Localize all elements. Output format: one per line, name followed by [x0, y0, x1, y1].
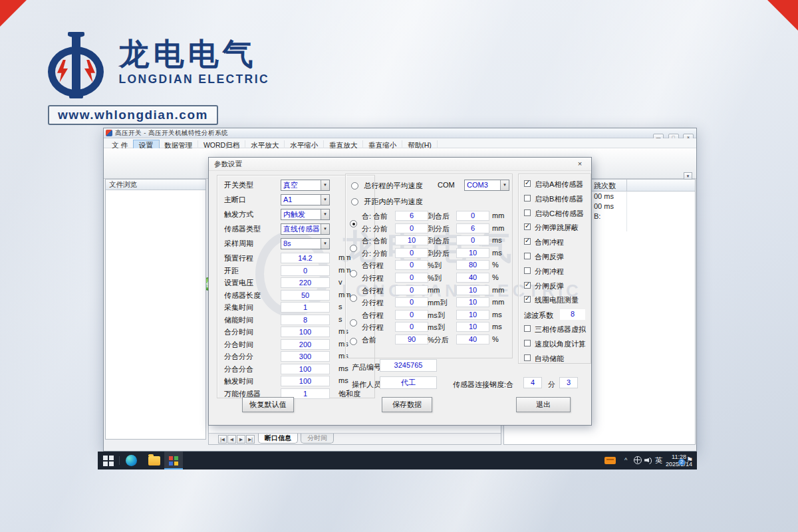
param-input[interactable]: A1▼	[281, 194, 330, 205]
record-nav-button[interactable]: ▶	[237, 435, 245, 444]
param-input[interactable]: 内触发▼	[281, 209, 330, 220]
hidden-icons-chevron[interactable]: ^	[624, 457, 631, 464]
network-icon[interactable]	[634, 456, 642, 464]
param-label: 预置行程	[224, 253, 253, 263]
checkbox-row[interactable]: 合闸反弹	[519, 251, 591, 265]
speed-value-input[interactable]: 6	[395, 211, 428, 221]
active-app-icon[interactable]	[164, 452, 183, 469]
speed-value-input[interactable]: 0	[395, 310, 428, 320]
bottom-tab[interactable]: 分时间	[301, 434, 334, 444]
record-nav-button[interactable]: |◀	[218, 435, 227, 444]
save-data-button[interactable]: 保存数据	[382, 397, 432, 412]
param-input[interactable]: 真空▼	[281, 180, 330, 191]
checkbox-label: 线圈电阻测量	[535, 295, 579, 305]
checkbox-row[interactable]: 自动储能	[519, 352, 591, 367]
speed-value-input[interactable]: 10	[456, 248, 489, 258]
filter-input[interactable]: 8	[560, 309, 585, 320]
param-input[interactable]: 1▼	[281, 302, 330, 313]
checkbox-row[interactable]: 启动C相传感器	[519, 207, 591, 222]
speed-value-input[interactable]: 0	[395, 322, 428, 332]
speed-value-input[interactable]: 10	[456, 322, 489, 332]
speed-value-input[interactable]: 0	[456, 211, 489, 221]
notification-center-icon[interactable]: ⚑ 2	[678, 455, 694, 466]
chevron-down-icon[interactable]: ▼	[321, 209, 329, 219]
com-port-select[interactable]: COM3▼	[464, 180, 509, 191]
operator-input[interactable]: 代工	[380, 376, 437, 389]
checkbox	[524, 282, 531, 289]
param-input[interactable]: 200▼	[281, 339, 330, 350]
chevron-down-icon[interactable]: ▼	[684, 172, 692, 180]
chevron-down-icon[interactable]: ▼	[321, 180, 329, 190]
checkbox-row[interactable]: 分闸弹跳屏蔽	[519, 221, 591, 236]
param-input[interactable]: 100▼	[281, 376, 330, 386]
radio	[351, 182, 358, 190]
speed-value-input[interactable]: 6	[456, 223, 489, 233]
speed-value-input[interactable]: 0	[395, 248, 428, 258]
speed-value-input[interactable]: 40	[456, 273, 489, 283]
speed-value-input[interactable]: 90	[395, 334, 428, 344]
edge-browser-icon[interactable]	[126, 455, 137, 466]
radio[interactable]	[350, 338, 357, 345]
dialog-close-icon[interactable]: ×	[573, 159, 587, 169]
checkbox	[524, 223, 531, 230]
speed-value-input[interactable]: 40	[456, 334, 489, 344]
param-input[interactable]: 100▼	[281, 364, 330, 374]
speed-value-input[interactable]: 0	[395, 297, 428, 307]
ime-indicator[interactable]: 英	[655, 456, 662, 466]
checkbox-row[interactable]: 速度以角度计算	[519, 338, 591, 352]
param-input[interactable]: 50▼	[281, 290, 330, 301]
param-input[interactable]: 8s▼	[281, 238, 330, 249]
speed-value-input[interactable]: 10	[456, 310, 489, 320]
bottom-tab[interactable]: 断口信息	[258, 434, 298, 444]
param-input[interactable]: 100▼	[281, 327, 330, 337]
checkbox-row[interactable]: 启动B相传感器	[519, 193, 591, 207]
speed-value-input[interactable]: 80	[456, 260, 489, 270]
param-input[interactable]: 300▼	[281, 351, 330, 362]
file-explorer-icon[interactable]	[148, 456, 160, 466]
speed-value-input[interactable]: 0	[395, 285, 428, 295]
record-nav-button[interactable]: ◀	[227, 435, 236, 444]
record-nav-button[interactable]: ▶|	[246, 435, 255, 444]
checkbox-row[interactable]: 分闸反弹	[519, 280, 591, 295]
exit-button[interactable]: 退出	[516, 397, 571, 412]
speed-row: 分: 分前 0 到分后 10 ms	[346, 247, 512, 260]
param-input[interactable]: 直线传感器▼	[281, 223, 330, 235]
param-input[interactable]: 220▼	[281, 277, 330, 288]
product-no-input[interactable]: 3245765	[380, 359, 437, 372]
volume-icon[interactable]	[644, 456, 653, 464]
radio	[351, 198, 358, 205]
chevron-down-icon[interactable]: ▼	[321, 239, 329, 249]
param-input[interactable]: 0▼	[281, 265, 330, 276]
avg-speed-option-1[interactable]: 总行程的平均速度 COM COM3▼	[351, 180, 422, 190]
param-input[interactable]: 14.2▼	[281, 253, 330, 263]
speed-value-input[interactable]: 10	[456, 297, 489, 307]
tray-utility-icon[interactable]	[604, 457, 616, 464]
checkbox-row[interactable]: 分闸冲程	[519, 265, 591, 280]
checkbox-label: 启动B相传感器	[535, 194, 583, 204]
speed-unit: %	[492, 261, 499, 269]
speed-value-input[interactable]: 0	[395, 273, 428, 283]
checkbox-row[interactable]: 启动A相传感器	[519, 178, 591, 193]
speed-value-input[interactable]: 0	[395, 223, 428, 233]
param-input[interactable]: 8▼	[281, 315, 330, 325]
chevron-down-icon[interactable]: ▼	[321, 195, 329, 205]
checkbox-row[interactable]: 三相传感器虚拟	[519, 323, 591, 338]
checkbox	[524, 267, 531, 274]
checkbox-row[interactable]: 线圈电阻测量	[519, 294, 591, 309]
stiffness-close-input[interactable]: 4	[523, 377, 542, 388]
chevron-down-icon[interactable]: ▼	[321, 224, 329, 234]
start-button[interactable]	[103, 455, 114, 466]
param-row: 触发时间 100▼ ms	[217, 375, 374, 388]
speed-value-input[interactable]: 10	[395, 235, 428, 245]
speed-value-input[interactable]: 10	[456, 285, 489, 295]
speed-value-input[interactable]: 0	[395, 260, 428, 270]
com-label: COM	[438, 181, 455, 189]
speed-value-input[interactable]: 0	[456, 235, 489, 245]
stiffness-open-input[interactable]: 3	[559, 377, 578, 388]
operator-label: 操作人员	[352, 380, 381, 390]
checkbox-label: 分闸弹跳屏蔽	[535, 223, 579, 233]
avg-speed-option-2[interactable]: 开距内的平均速度	[351, 196, 422, 206]
restore-defaults-button[interactable]: 恢复默认值	[242, 397, 294, 412]
checkbox-row[interactable]: 合闸冲程	[519, 236, 591, 251]
stiffness-mid-label: 分	[548, 380, 555, 390]
